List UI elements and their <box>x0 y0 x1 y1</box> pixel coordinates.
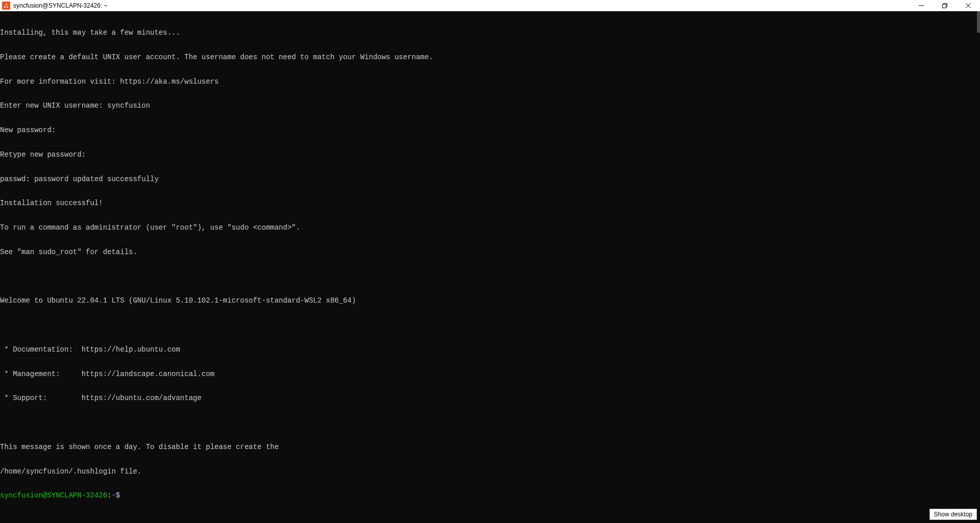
terminal-line: Installing, this may take a few minutes.… <box>0 29 980 37</box>
terminal-line: * Documentation: https://help.ubuntu.com <box>0 345 980 354</box>
show-desktop-tooltip: Show desktop <box>929 509 977 520</box>
terminal-prompt: syncfusion@SYNCLAPN-32426:~$ <box>0 491 980 500</box>
terminal-line: * Management: https://landscape.canonica… <box>0 370 980 378</box>
svg-rect-1 <box>943 5 946 8</box>
terminal-line: Enter new UNIX username: syncfusion <box>0 102 980 110</box>
prompt-dollar: $ <box>116 491 120 500</box>
terminal-line <box>0 272 980 281</box>
scrollbar-thumb[interactable] <box>977 11 980 33</box>
terminal-line: Retype new password: <box>0 151 980 159</box>
terminal-line: New password: <box>0 126 980 134</box>
terminal-line <box>0 321 980 329</box>
terminal-line: * Support: https://ubuntu.com/advantage <box>0 394 980 402</box>
scrollbar-track[interactable] <box>972 11 980 523</box>
terminal-line <box>0 418 980 427</box>
prompt-user-host: syncfusion@SYNCLAPN-32426 <box>0 491 107 500</box>
maximize-button[interactable] <box>933 0 957 11</box>
terminal-line: For more information visit: https://aka.… <box>0 78 980 86</box>
terminal-line: passwd: password updated successfully <box>0 175 980 183</box>
terminal-line: Installation successful! <box>0 199 980 207</box>
terminal-line: /home/syncfusion/.hushlogin file. <box>0 467 980 476</box>
window-controls <box>910 0 980 11</box>
close-button[interactable] <box>957 0 980 11</box>
prompt-path: ~ <box>111 491 115 500</box>
terminal-line: See "man sudo_root" for details. <box>0 248 980 256</box>
terminal-line: Please create a default UNIX user accoun… <box>0 53 980 61</box>
terminal-line: Welcome to Ubuntu 22.04.1 LTS (GNU/Linux… <box>0 296 980 305</box>
terminal[interactable]: Installing, this may take a few minutes.… <box>0 11 980 523</box>
window-title: syncfusion@SYNCLAPN-32426: ~ <box>13 2 108 9</box>
terminal-line: To run a command as administrator (user … <box>0 223 980 232</box>
ubuntu-icon <box>2 2 10 10</box>
terminal-line: This message is shown once a day. To dis… <box>0 443 980 451</box>
titlebar[interactable]: syncfusion@SYNCLAPN-32426: ~ <box>0 0 980 11</box>
minimize-button[interactable] <box>910 0 933 11</box>
